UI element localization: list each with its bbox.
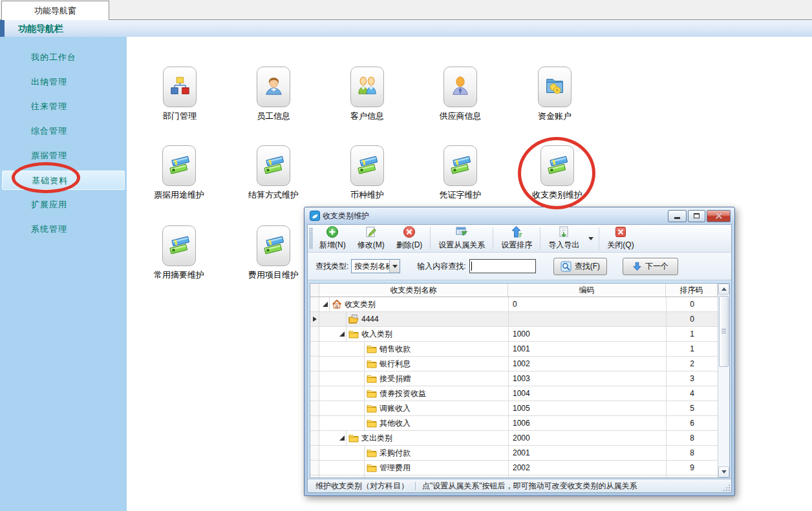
- toolbar-button-relation[interactable]: 设置从属关系: [433, 225, 491, 252]
- name-cell: 采购付款: [319, 446, 508, 460]
- toolbar-button-add[interactable]: 新增(N): [314, 225, 352, 252]
- tree-cell: 销售收款: [364, 342, 508, 356]
- sidebar-item-7[interactable]: 扩展应用: [2, 195, 125, 214]
- toolbar-button-label: 关闭(Q): [607, 240, 634, 251]
- expanded-triangle-icon: [339, 435, 345, 441]
- code-cell: 1005: [508, 401, 666, 415]
- app-icon-常用摘要维护[interactable]: 常用摘要维护: [140, 225, 218, 281]
- toolbar-button-delete[interactable]: 删除(D): [390, 225, 429, 252]
- minimize-button[interactable]: [668, 210, 687, 222]
- sidebar-item-6[interactable]: 基础资料: [2, 171, 125, 190]
- app-icon-box[interactable]: [540, 145, 574, 186]
- dropdown-button[interactable]: [389, 260, 400, 273]
- app-icon-box[interactable]: [163, 67, 197, 107]
- toolbar-button-import-export[interactable]: 导入导出: [542, 225, 585, 252]
- name-cell: 办公费: [319, 475, 508, 477]
- app-icon-box[interactable]: [257, 145, 290, 186]
- table-row[interactable]: 债券投资收益10044: [310, 386, 718, 401]
- dialog-titlebar[interactable]: 收支类别维护: [304, 207, 734, 224]
- app-icon-收支类别维护[interactable]: 收支类别维护: [518, 145, 596, 201]
- sidebar-item-2[interactable]: 出纳管理: [2, 72, 125, 92]
- category-name: 4444: [361, 315, 379, 324]
- table-row[interactable]: 调账收入10055: [310, 401, 718, 416]
- scroll-up-button[interactable]: [718, 284, 729, 295]
- table-row[interactable]: 收入类别10001: [310, 327, 718, 342]
- vertical-scrollbar[interactable]: [718, 284, 729, 477]
- close-button[interactable]: [707, 210, 731, 222]
- row-selector-cell: [310, 357, 319, 371]
- app-icon-部门管理[interactable]: 部门管理: [141, 67, 219, 122]
- tab-function-nav-window[interactable]: 功能导航窗: [1, 1, 109, 20]
- app-icon-客户信息[interactable]: 客户信息: [328, 67, 406, 122]
- app-icon-box[interactable]: [257, 67, 290, 107]
- next-button[interactable]: 下一个: [623, 258, 678, 275]
- tree-expander[interactable]: [337, 331, 346, 337]
- app-icon-box[interactable]: [538, 67, 572, 107]
- app-icon-供应商信息[interactable]: 供应商信息: [422, 67, 499, 122]
- table-header: 收支类别名称 编码 排序码: [310, 284, 729, 297]
- sidebar-item-4[interactable]: 综合管理: [2, 121, 125, 141]
- sidebar-item-3[interactable]: 往来管理: [2, 97, 125, 116]
- scrollbar-thumb[interactable]: [719, 296, 729, 367]
- folder-icon: [367, 359, 377, 369]
- sort-cell: 0: [666, 312, 718, 326]
- table-row[interactable]: 银行利息10022: [310, 357, 718, 371]
- table-row[interactable]: 支出类别20008: [310, 431, 718, 446]
- toolbar-dropdown-caret[interactable]: [585, 225, 597, 252]
- row-selector-cell: [310, 342, 319, 356]
- app-icon-员工信息[interactable]: 员工信息: [235, 67, 312, 122]
- table-row[interactable]: 收支类别00: [310, 297, 718, 312]
- app-icon-box[interactable]: [257, 225, 290, 266]
- toolbar-grip[interactable]: [309, 227, 313, 249]
- table-row[interactable]: 44440: [310, 312, 718, 327]
- category-name: 销售收款: [379, 344, 411, 355]
- header-sort-column[interactable]: 排序码: [666, 284, 718, 297]
- resize-grip[interactable]: [722, 483, 731, 492]
- toolbar-button-close-box[interactable]: 关闭(Q): [601, 225, 639, 252]
- scroll-down-button[interactable]: [718, 466, 729, 477]
- dialog-toolbar: 新增(N)修改(M)删除(D)设置从属关系设置排序导入导出关闭(Q): [308, 225, 731, 253]
- two-persons-icon: [357, 76, 378, 98]
- sort-cell: 5: [666, 401, 718, 415]
- table-row[interactable]: 采购付款20018: [310, 446, 718, 461]
- search-input[interactable]: [469, 259, 536, 273]
- nav-header-accent: [0, 20, 5, 37]
- sidebar-item-5[interactable]: 票据管理: [2, 146, 125, 165]
- toolbar-button-label: 设置排序: [501, 240, 532, 251]
- table-row[interactable]: 办公费: [310, 475, 718, 477]
- header-name-column[interactable]: 收支类别名称: [319, 284, 508, 297]
- sidebar-item-8[interactable]: 系统管理: [2, 220, 125, 239]
- tree-expander[interactable]: [337, 435, 346, 441]
- tree-cell: 采购付款: [364, 446, 508, 460]
- nav-header-bar: 功能导航栏: [0, 20, 812, 37]
- minimize-icon: [674, 217, 680, 219]
- table-row[interactable]: 其他收入10066: [310, 416, 718, 431]
- app-icon-凭证字维护[interactable]: 凭证字维护: [422, 145, 499, 201]
- app-icon-币种维护[interactable]: 币种维护: [328, 145, 406, 201]
- toolbar-button-sort[interactable]: 设置排序: [495, 225, 538, 252]
- search-type-dropdown[interactable]: 按类别名称: [351, 259, 400, 273]
- table-row[interactable]: 销售收款10011: [310, 342, 718, 357]
- app-icon-box[interactable]: [350, 145, 384, 186]
- app-icon-box[interactable]: [443, 67, 477, 107]
- app-icon-box[interactable]: [162, 145, 196, 186]
- header-code-column[interactable]: 编码: [508, 284, 666, 297]
- tree-expander[interactable]: [321, 302, 329, 307]
- name-cell: 其他收入: [319, 416, 508, 430]
- app-icon-费用项目维护[interactable]: 费用项目维护: [235, 225, 312, 281]
- find-button[interactable]: 查找(F): [553, 258, 607, 275]
- app-icon-结算方式维护[interactable]: 结算方式维护: [235, 145, 312, 201]
- code-cell: 1004: [508, 386, 666, 401]
- search-input-label: 输入内容查找:: [417, 261, 465, 272]
- toolbar-button-edit[interactable]: 修改(M): [352, 225, 390, 252]
- app-icon-资金账户[interactable]: 资金账户: [516, 67, 593, 122]
- maximize-button[interactable]: [688, 210, 705, 222]
- app-icon-box[interactable]: [162, 225, 196, 266]
- app-icon-box[interactable]: [350, 67, 384, 107]
- app-icon-票据用途维护[interactable]: 票据用途维护: [140, 145, 218, 201]
- sidebar-item-1[interactable]: 我的工作台: [2, 48, 125, 67]
- table-row[interactable]: 接受捐赠10033: [310, 371, 718, 386]
- dialog-income-expense-category: 收支类别维护 新增(N)修改(M)删除(D)设置从属关系设置排序导入导出关闭(Q…: [304, 207, 735, 496]
- app-icon-box[interactable]: [443, 145, 477, 186]
- table-row[interactable]: 管理费用20029: [310, 461, 718, 475]
